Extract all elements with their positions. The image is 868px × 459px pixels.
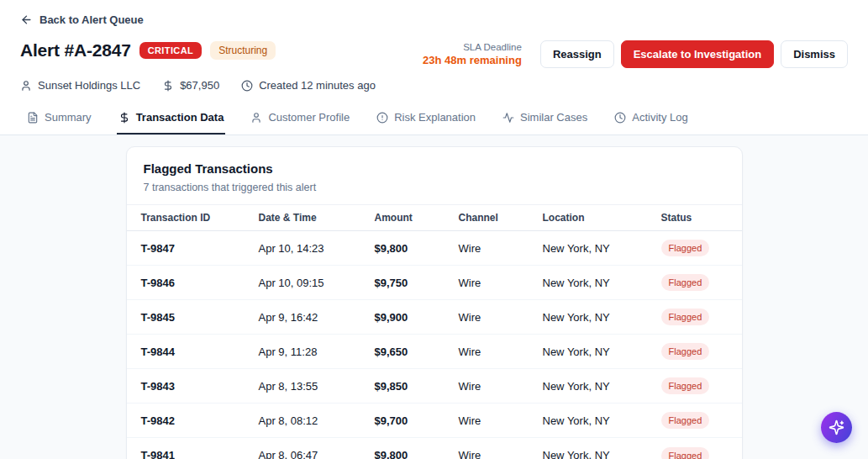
cell-location: New York, NY (543, 449, 661, 459)
cell-date-time: Apr 10, 09:15 (259, 277, 375, 289)
customer-name: Sunset Holdings LLC (38, 79, 140, 92)
column-header-amount: Amount (375, 212, 459, 224)
amount-meta: $67,950 (162, 79, 219, 92)
table-row[interactable]: T-9841 Apr 8, 06:47 $9,800 Wire New York… (127, 438, 742, 459)
cell-date-time: Apr 8, 08:12 (259, 414, 375, 427)
table-row[interactable]: T-9844 Apr 9, 11:28 $9,650 Wire New York… (127, 335, 742, 369)
cell-location: New York, NY (543, 242, 661, 255)
tab-summary[interactable]: Summary (25, 104, 93, 135)
cell-channel: Wire (459, 242, 543, 255)
created-meta: Created 12 minutes ago (241, 79, 376, 92)
cell-location: New York, NY (543, 277, 661, 289)
status-badge: Flagged (661, 309, 710, 325)
table-row[interactable]: T-9843 Apr 8, 13:55 $9,850 Wire New York… (127, 369, 742, 404)
alert-meta-row: Sunset Holdings LLC $67,950 Created 12 m… (20, 79, 848, 104)
sla-deadline-block: SLA Deadline 23h 48m remaining (423, 42, 522, 66)
severity-badge: CRITICAL (139, 42, 203, 59)
tab-transaction-data[interactable]: Transaction Data (117, 104, 226, 135)
page-title: Alert #A-2847 (20, 40, 131, 61)
tab-activity-log[interactable]: Activity Log (613, 104, 689, 135)
table-body: T-9847 Apr 10, 14:23 $9,800 Wire New Yor… (127, 231, 742, 459)
cell-transaction-id: T-9841 (141, 449, 259, 459)
activity-icon (502, 112, 514, 124)
cell-location: New York, NY (543, 414, 661, 427)
cell-location: New York, NY (543, 380, 661, 393)
cell-channel: Wire (459, 414, 543, 427)
alert-header: Back to Alert Queue Alert #A-2847 CRITIC… (0, 0, 868, 104)
user-icon (250, 112, 262, 124)
status-badge: Flagged (661, 412, 710, 429)
dollar-icon (162, 80, 174, 92)
cell-channel: Wire (459, 311, 543, 324)
file-text-icon (27, 112, 39, 124)
card-title: Flagged Transactions (144, 161, 725, 176)
alert-amount: $67,950 (180, 79, 219, 92)
dismiss-button[interactable]: Dismiss (781, 40, 848, 68)
cell-channel: Wire (459, 346, 543, 358)
flagged-transactions-card: Flagged Transactions 7 transactions that… (126, 146, 743, 459)
cell-transaction-id: T-9843 (141, 380, 259, 393)
sla-label: SLA Deadline (423, 42, 522, 52)
sla-remaining: 23h 48m remaining (423, 54, 522, 66)
status-badge: Flagged (661, 274, 710, 291)
cell-transaction-id: T-9844 (141, 346, 259, 358)
cell-transaction-id: T-9842 (141, 414, 259, 427)
reassign-button[interactable]: Reassign (540, 40, 614, 68)
status-badge: Flagged (661, 343, 710, 360)
clock-icon (614, 112, 626, 124)
column-header-date-time: Date & Time (259, 212, 375, 224)
column-header-location: Location (543, 212, 661, 224)
created-time: Created 12 minutes ago (259, 79, 376, 92)
escalate-button[interactable]: Escalate to Investigation (621, 40, 774, 68)
cell-channel: Wire (459, 380, 543, 393)
cell-location: New York, NY (543, 346, 661, 358)
cell-date-time: Apr 10, 14:23 (259, 242, 375, 255)
tab-similar-cases[interactable]: Similar Cases (501, 104, 589, 135)
cell-channel: Wire (459, 449, 543, 459)
dollar-icon (118, 112, 130, 124)
cell-transaction-id: T-9847 (141, 242, 259, 255)
cell-amount: $9,750 (375, 277, 459, 289)
status-badge: Flagged (661, 447, 710, 459)
cell-amount: $9,900 (375, 311, 459, 324)
tab-customer-profile[interactable]: Customer Profile (249, 104, 351, 135)
column-header-transaction-id: Transaction ID (141, 212, 259, 224)
cell-channel: Wire (459, 277, 543, 289)
table-row[interactable]: T-9847 Apr 10, 14:23 $9,800 Wire New Yor… (127, 231, 742, 266)
cell-location: New York, NY (543, 311, 661, 324)
alert-type-badge: Structuring (210, 41, 276, 60)
arrow-left-icon (20, 13, 33, 26)
content-area: Flagged Transactions 7 transactions that… (0, 135, 868, 459)
card-header: Flagged Transactions 7 transactions that… (127, 147, 742, 205)
table-header-row: Transaction ID Date & Time Amount Channe… (127, 205, 742, 231)
tab-bar: Summary Transaction Data Customer Profil… (0, 104, 868, 135)
user-icon (20, 80, 32, 92)
tab-risk-explanation[interactable]: Risk Explanation (375, 104, 477, 135)
card-subtitle: 7 transactions that triggered this alert (144, 182, 725, 193)
cell-date-time: Apr 9, 11:28 (259, 346, 375, 358)
cell-transaction-id: T-9845 (141, 311, 259, 324)
cell-amount: $9,650 (375, 346, 459, 358)
table-row[interactable]: T-9842 Apr 8, 08:12 $9,700 Wire New York… (127, 404, 742, 438)
cell-transaction-id: T-9846 (141, 277, 259, 289)
cell-amount: $9,800 (375, 242, 459, 255)
table-row[interactable]: T-9845 Apr 9, 16:42 $9,900 Wire New York… (127, 300, 742, 335)
alert-circle-icon (376, 112, 388, 124)
clock-icon (241, 80, 253, 92)
back-link-label: Back to Alert Queue (39, 13, 144, 26)
sparkles-icon (829, 419, 844, 435)
back-to-queue-link[interactable]: Back to Alert Queue (20, 13, 144, 26)
customer-meta: Sunset Holdings LLC (20, 79, 140, 92)
status-badge: Flagged (661, 240, 710, 256)
table-row[interactable]: T-9846 Apr 10, 09:15 $9,750 Wire New Yor… (127, 266, 742, 300)
cell-amount: $9,850 (375, 380, 459, 393)
cell-date-time: Apr 9, 16:42 (259, 311, 375, 324)
column-header-channel: Channel (459, 212, 543, 224)
cell-amount: $9,700 (375, 414, 459, 427)
status-badge: Flagged (661, 377, 710, 394)
cell-amount: $9,800 (375, 449, 459, 459)
cell-date-time: Apr 8, 06:47 (259, 449, 375, 459)
column-header-status: Status (661, 212, 728, 224)
ai-assistant-fab[interactable] (821, 412, 852, 443)
cell-date-time: Apr 8, 13:55 (259, 380, 375, 393)
